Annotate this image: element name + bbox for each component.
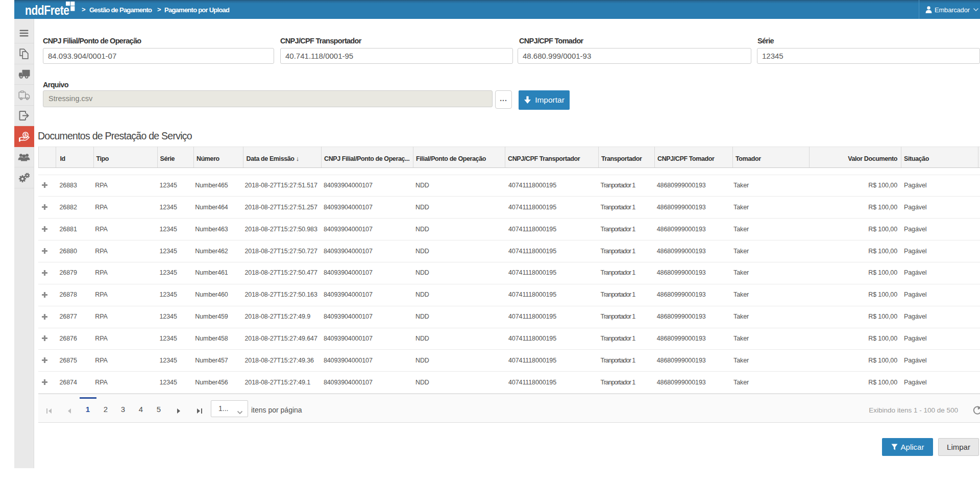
svg-text:$: $: [24, 132, 27, 137]
